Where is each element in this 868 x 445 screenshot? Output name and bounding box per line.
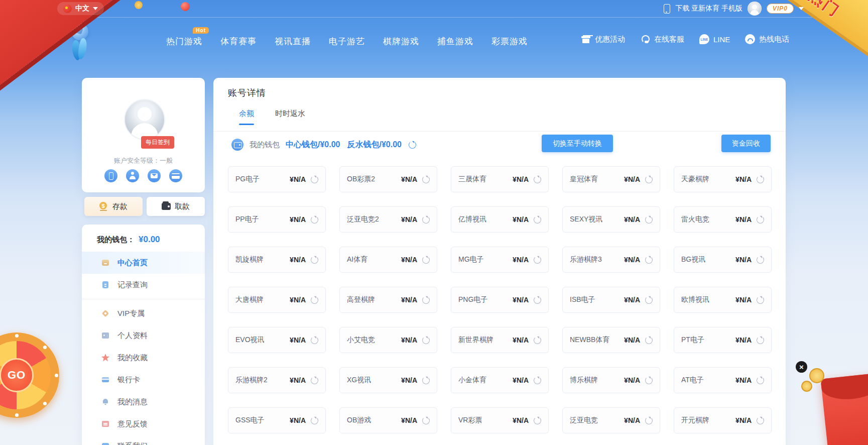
refresh-icon[interactable] — [757, 337, 764, 344]
refresh-icon[interactable] — [534, 256, 541, 264]
wallet-card[interactable]: 开元棋牌 ¥N/A — [674, 407, 772, 433]
tab[interactable]: 时时返水 — [275, 109, 305, 125]
wallet-card[interactable]: MG电子 ¥N/A — [451, 247, 549, 273]
verification-icon[interactable] — [104, 169, 117, 182]
recycle-funds-button[interactable]: 资金回收 — [721, 135, 771, 152]
deposit-button[interactable]: 存款 — [84, 197, 143, 216]
wallet-card[interactable]: 博乐棋牌 ¥N/A — [562, 367, 660, 393]
refresh-icon[interactable] — [645, 417, 653, 424]
sidebar-menu-item[interactable]: 意见反馈 — [82, 413, 205, 435]
wallet-card[interactable]: 泛亚电竞 ¥N/A — [562, 407, 660, 433]
refresh-icon[interactable] — [311, 417, 318, 424]
refresh-icon[interactable] — [422, 296, 430, 304]
wallet-card[interactable]: VR彩票 ¥N/A — [451, 407, 549, 433]
refresh-icon[interactable] — [422, 377, 430, 384]
nav-item[interactable]: 棋牌游戏 — [383, 36, 419, 47]
wallet-card[interactable]: PT电子 ¥N/A — [674, 327, 772, 353]
refresh-icon[interactable] — [534, 296, 541, 304]
close-icon[interactable]: × — [796, 361, 807, 373]
wallet-card[interactable]: 亿博视讯 ¥N/A — [451, 206, 549, 233]
refresh-icon[interactable] — [534, 377, 541, 384]
utility-nav-item[interactable]: LINE — [699, 34, 730, 44]
refresh-icon[interactable] — [645, 377, 653, 384]
language-selector[interactable]: 中文 — [57, 2, 104, 15]
daily-checkin-badge[interactable]: 每日签到 — [141, 136, 174, 149]
refresh-icon[interactable] — [645, 176, 653, 183]
wallet-card[interactable]: 小艾电竞 ¥N/A — [339, 327, 437, 353]
nav-item[interactable]: 捕鱼游戏 — [437, 36, 473, 47]
wheel-go-button[interactable]: GO — [0, 358, 34, 392]
utility-nav-item[interactable]: 优惠活动 — [581, 34, 625, 44]
wallet-card[interactable]: SEXY视讯 ¥N/A — [562, 206, 660, 233]
wallet-card[interactable]: ISB电子 ¥N/A — [562, 287, 660, 313]
refresh-icon[interactable] — [311, 176, 318, 183]
wallet-card[interactable]: 新世界棋牌 ¥N/A — [451, 327, 549, 353]
nav-item[interactable]: 彩票游戏 — [491, 36, 528, 47]
verification-icon[interactable] — [169, 169, 182, 182]
wallet-card[interactable]: 天豪棋牌 ¥N/A — [674, 166, 772, 192]
wallet-card[interactable]: PP电子 ¥N/A — [228, 206, 326, 233]
wallet-card[interactable]: OB游戏 ¥N/A — [339, 407, 437, 433]
refresh-icon[interactable] — [757, 176, 764, 183]
wallet-card[interactable]: 乐游棋牌2 ¥N/A — [228, 367, 326, 393]
refresh-icon[interactable] — [534, 216, 541, 224]
wallet-card[interactable]: 大唐棋牌 ¥N/A — [228, 287, 326, 313]
sidebar-menu-item[interactable]: VIP专属 — [82, 302, 205, 324]
user-avatar-small[interactable] — [748, 2, 762, 16]
nav-item[interactable]: 体育赛事 — [220, 36, 257, 47]
wallet-card[interactable]: AT电子 ¥N/A — [674, 367, 772, 393]
nav-item[interactable]: Hot 热门游戏 — [166, 36, 202, 47]
refresh-icon[interactable] — [645, 296, 653, 304]
wallet-card[interactable]: 欧博视讯 ¥N/A — [674, 287, 772, 313]
refresh-icon[interactable] — [645, 337, 653, 344]
refresh-icon[interactable] — [311, 337, 318, 344]
wallet-card[interactable]: PNG电子 ¥N/A — [451, 287, 549, 313]
wallet-card[interactable]: AI体育 ¥N/A — [339, 247, 437, 273]
sidebar-menu-item[interactable]: 中心首页 — [82, 252, 205, 274]
wallet-card[interactable]: XG视讯 ¥N/A — [339, 367, 437, 393]
refresh-icon[interactable] — [534, 337, 541, 344]
refresh-icon[interactable] — [422, 176, 430, 183]
refresh-icon[interactable] — [311, 377, 318, 384]
chevron-down-icon[interactable] — [799, 7, 804, 10]
wallet-card[interactable]: 三晟体育 ¥N/A — [451, 166, 549, 192]
nav-item[interactable]: 电子游艺 — [329, 36, 365, 47]
wallet-card[interactable]: 雷火电竞 ¥N/A — [674, 206, 772, 233]
sidebar-menu-item[interactable]: 我的消息 — [82, 391, 205, 413]
refresh-icon[interactable] — [645, 216, 653, 224]
refresh-icon[interactable] — [757, 256, 764, 264]
withdraw-button[interactable]: 取款 — [147, 197, 205, 216]
wallet-card[interactable]: 小金体育 ¥N/A — [451, 367, 549, 393]
sidebar-menu-item[interactable]: 我的收藏 — [82, 347, 205, 369]
wallet-card[interactable]: EVO视讯 ¥N/A — [228, 327, 326, 353]
refresh-icon[interactable] — [757, 296, 764, 304]
nav-item[interactable]: 视讯直播 — [275, 36, 311, 47]
refresh-icon[interactable] — [409, 141, 416, 149]
sidebar-menu-item[interactable]: 联系我们 — [82, 435, 205, 445]
wallet-card[interactable]: OB彩票2 ¥N/A — [339, 166, 437, 192]
refresh-icon[interactable] — [757, 216, 764, 224]
wallet-card[interactable]: BG视讯 ¥N/A — [674, 247, 772, 273]
verification-icon[interactable] — [148, 169, 161, 182]
wallet-card[interactable]: PG电子 ¥N/A — [228, 166, 326, 192]
sidebar-menu-item[interactable]: 银行卡 — [82, 369, 205, 391]
refresh-icon[interactable] — [311, 256, 318, 264]
vip-level-badge[interactable]: VIP0 — [767, 4, 794, 14]
utility-nav-item[interactable]: 热线电话 — [745, 34, 789, 44]
wallet-card[interactable]: 凯旋棋牌 ¥N/A — [228, 247, 326, 273]
verification-icon[interactable] — [126, 169, 139, 182]
refresh-icon[interactable] — [422, 417, 430, 424]
wallet-card[interactable]: GSS电子 ¥N/A — [228, 407, 326, 433]
utility-nav-item[interactable]: 在线客服 — [640, 34, 684, 44]
sidebar-menu-item[interactable]: 记录查询 — [82, 274, 205, 296]
refresh-icon[interactable] — [311, 216, 318, 224]
refresh-icon[interactable] — [757, 417, 764, 424]
refresh-icon[interactable] — [422, 337, 430, 344]
wallet-card[interactable]: 高登棋牌 ¥N/A — [339, 287, 437, 313]
wallet-card[interactable]: 泛亚电竞2 ¥N/A — [339, 206, 437, 233]
user-avatar[interactable] — [124, 99, 165, 140]
sidebar-menu-item[interactable]: 个人资料 — [82, 324, 205, 347]
tab[interactable]: 余额 — [239, 109, 254, 125]
red-envelope-promo[interactable] — [820, 373, 868, 445]
refresh-icon[interactable] — [534, 176, 541, 183]
